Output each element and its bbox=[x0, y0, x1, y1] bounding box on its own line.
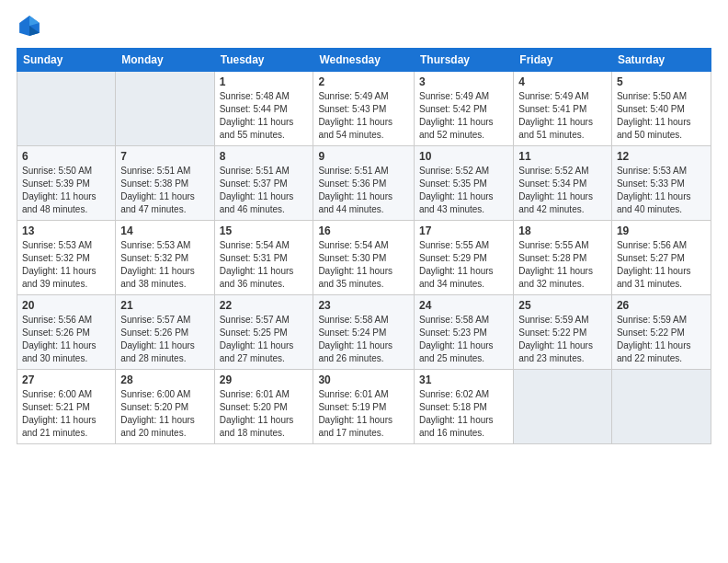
day-number: 4 bbox=[518, 75, 607, 88]
day-number: 9 bbox=[318, 150, 409, 163]
calendar-header-friday: Friday bbox=[514, 49, 612, 72]
day-info: Sunrise: 5:58 AMSunset: 5:23 PMDaylight:… bbox=[419, 314, 508, 365]
day-info: Sunrise: 5:50 AMSunset: 5:39 PMDaylight:… bbox=[22, 165, 110, 216]
day-info: Sunrise: 5:56 AMSunset: 5:27 PMDaylight:… bbox=[617, 239, 706, 291]
calendar-cell: 21Sunrise: 5:57 AMSunset: 5:26 PMDayligh… bbox=[116, 295, 214, 370]
calendar-cell: 26Sunrise: 5:59 AMSunset: 5:22 PMDayligh… bbox=[611, 295, 711, 370]
day-info: Sunrise: 5:57 AMSunset: 5:25 PMDaylight:… bbox=[220, 314, 309, 365]
day-info: Sunrise: 5:49 AMSunset: 5:42 PMDaylight:… bbox=[419, 90, 508, 142]
page: SundayMondayTuesdayWednesdayThursdayFrid… bbox=[0, 0, 728, 563]
day-info: Sunrise: 6:01 AMSunset: 5:20 PMDaylight:… bbox=[220, 388, 309, 440]
day-info: Sunrise: 5:52 AMSunset: 5:34 PMDaylight:… bbox=[518, 165, 607, 216]
day-info: Sunrise: 5:51 AMSunset: 5:36 PMDaylight:… bbox=[318, 165, 409, 216]
logo bbox=[17, 15, 44, 39]
day-number: 7 bbox=[120, 150, 209, 163]
day-info: Sunrise: 5:51 AMSunset: 5:37 PMDaylight:… bbox=[220, 165, 309, 216]
day-number: 30 bbox=[318, 373, 409, 386]
day-number: 29 bbox=[220, 373, 309, 386]
calendar-cell: 7Sunrise: 5:51 AMSunset: 5:38 PMDaylight… bbox=[116, 146, 214, 221]
calendar-cell: 19Sunrise: 5:56 AMSunset: 5:27 PMDayligh… bbox=[611, 221, 711, 295]
day-number: 28 bbox=[120, 373, 209, 386]
calendar-cell: 14Sunrise: 5:53 AMSunset: 5:32 PMDayligh… bbox=[116, 221, 214, 295]
calendar-header-thursday: Thursday bbox=[414, 49, 513, 72]
day-info: Sunrise: 5:59 AMSunset: 5:22 PMDaylight:… bbox=[518, 314, 607, 365]
day-number: 17 bbox=[419, 224, 508, 237]
calendar-cell bbox=[116, 72, 214, 146]
calendar-cell: 20Sunrise: 5:56 AMSunset: 5:26 PMDayligh… bbox=[17, 295, 116, 370]
day-number: 12 bbox=[617, 150, 706, 163]
day-number: 24 bbox=[419, 299, 508, 312]
day-info: Sunrise: 5:53 AMSunset: 5:32 PMDaylight:… bbox=[22, 239, 110, 291]
day-info: Sunrise: 6:00 AMSunset: 5:20 PMDaylight:… bbox=[120, 388, 209, 440]
day-number: 20 bbox=[22, 299, 110, 312]
day-number: 14 bbox=[120, 224, 209, 237]
calendar-cell: 27Sunrise: 6:00 AMSunset: 5:21 PMDayligh… bbox=[17, 370, 116, 444]
day-info: Sunrise: 5:49 AMSunset: 5:43 PMDaylight:… bbox=[318, 90, 409, 142]
calendar-cell: 22Sunrise: 5:57 AMSunset: 5:25 PMDayligh… bbox=[214, 295, 313, 370]
calendar-cell: 11Sunrise: 5:52 AMSunset: 5:34 PMDayligh… bbox=[514, 146, 612, 221]
day-info: Sunrise: 5:53 AMSunset: 5:32 PMDaylight:… bbox=[120, 239, 209, 291]
calendar-cell: 6Sunrise: 5:50 AMSunset: 5:39 PMDaylight… bbox=[17, 146, 116, 221]
calendar-header-row: SundayMondayTuesdayWednesdayThursdayFrid… bbox=[17, 49, 711, 72]
calendar-week-row: 13Sunrise: 5:53 AMSunset: 5:32 PMDayligh… bbox=[17, 221, 711, 295]
day-info: Sunrise: 5:56 AMSunset: 5:26 PMDaylight:… bbox=[22, 314, 110, 365]
day-number: 27 bbox=[22, 373, 110, 386]
calendar-cell: 31Sunrise: 6:02 AMSunset: 5:18 PMDayligh… bbox=[414, 370, 513, 444]
calendar-cell: 16Sunrise: 5:54 AMSunset: 5:30 PMDayligh… bbox=[313, 221, 415, 295]
calendar-week-row: 20Sunrise: 5:56 AMSunset: 5:26 PMDayligh… bbox=[17, 295, 711, 370]
day-info: Sunrise: 5:53 AMSunset: 5:33 PMDaylight:… bbox=[617, 165, 706, 216]
day-number: 1 bbox=[220, 75, 309, 88]
calendar-cell: 3Sunrise: 5:49 AMSunset: 5:42 PMDaylight… bbox=[414, 72, 513, 146]
calendar-cell: 28Sunrise: 6:00 AMSunset: 5:20 PMDayligh… bbox=[116, 370, 214, 444]
calendar-cell: 13Sunrise: 5:53 AMSunset: 5:32 PMDayligh… bbox=[17, 221, 116, 295]
calendar-cell: 23Sunrise: 5:58 AMSunset: 5:24 PMDayligh… bbox=[313, 295, 415, 370]
calendar-cell: 29Sunrise: 6:01 AMSunset: 5:20 PMDayligh… bbox=[214, 370, 313, 444]
day-number: 22 bbox=[220, 299, 309, 312]
day-number: 3 bbox=[419, 75, 508, 88]
calendar-cell: 30Sunrise: 6:01 AMSunset: 5:19 PMDayligh… bbox=[313, 370, 415, 444]
day-number: 31 bbox=[419, 373, 508, 386]
day-number: 21 bbox=[120, 299, 209, 312]
day-info: Sunrise: 6:00 AMSunset: 5:21 PMDaylight:… bbox=[22, 388, 110, 440]
header bbox=[17, 15, 711, 39]
calendar-header-tuesday: Tuesday bbox=[214, 49, 313, 72]
day-info: Sunrise: 5:54 AMSunset: 5:30 PMDaylight:… bbox=[318, 239, 409, 291]
day-number: 26 bbox=[617, 299, 706, 312]
calendar-cell: 12Sunrise: 5:53 AMSunset: 5:33 PMDayligh… bbox=[611, 146, 711, 221]
day-info: Sunrise: 5:57 AMSunset: 5:26 PMDaylight:… bbox=[120, 314, 209, 365]
calendar-header-saturday: Saturday bbox=[611, 49, 711, 72]
day-number: 23 bbox=[318, 299, 409, 312]
calendar-cell: 10Sunrise: 5:52 AMSunset: 5:35 PMDayligh… bbox=[414, 146, 513, 221]
day-number: 10 bbox=[419, 150, 508, 163]
day-info: Sunrise: 5:50 AMSunset: 5:40 PMDaylight:… bbox=[617, 90, 706, 142]
day-info: Sunrise: 6:01 AMSunset: 5:19 PMDaylight:… bbox=[318, 388, 409, 440]
day-info: Sunrise: 5:48 AMSunset: 5:44 PMDaylight:… bbox=[220, 90, 309, 142]
day-info: Sunrise: 5:54 AMSunset: 5:31 PMDaylight:… bbox=[220, 239, 309, 291]
calendar-cell: 9Sunrise: 5:51 AMSunset: 5:36 PMDaylight… bbox=[313, 146, 415, 221]
calendar-cell: 17Sunrise: 5:55 AMSunset: 5:29 PMDayligh… bbox=[414, 221, 513, 295]
day-number: 16 bbox=[318, 224, 409, 237]
day-number: 15 bbox=[220, 224, 309, 237]
logo-icon bbox=[17, 13, 42, 39]
calendar-cell bbox=[514, 370, 612, 444]
day-info: Sunrise: 5:49 AMSunset: 5:41 PMDaylight:… bbox=[518, 90, 607, 142]
calendar: SundayMondayTuesdayWednesdayThursdayFrid… bbox=[17, 48, 711, 444]
calendar-cell: 2Sunrise: 5:49 AMSunset: 5:43 PMDaylight… bbox=[313, 72, 415, 146]
calendar-cell: 15Sunrise: 5:54 AMSunset: 5:31 PMDayligh… bbox=[214, 221, 313, 295]
calendar-week-row: 6Sunrise: 5:50 AMSunset: 5:39 PMDaylight… bbox=[17, 146, 711, 221]
day-info: Sunrise: 5:55 AMSunset: 5:28 PMDaylight:… bbox=[518, 239, 607, 291]
day-info: Sunrise: 5:55 AMSunset: 5:29 PMDaylight:… bbox=[419, 239, 508, 291]
day-number: 8 bbox=[220, 150, 309, 163]
day-number: 6 bbox=[22, 150, 110, 163]
day-info: Sunrise: 5:51 AMSunset: 5:38 PMDaylight:… bbox=[120, 165, 209, 216]
day-info: Sunrise: 5:58 AMSunset: 5:24 PMDaylight:… bbox=[318, 314, 409, 365]
calendar-week-row: 1Sunrise: 5:48 AMSunset: 5:44 PMDaylight… bbox=[17, 72, 711, 146]
day-number: 5 bbox=[617, 75, 706, 88]
day-number: 18 bbox=[518, 224, 607, 237]
day-number: 11 bbox=[518, 150, 607, 163]
calendar-cell bbox=[17, 72, 116, 146]
calendar-cell: 8Sunrise: 5:51 AMSunset: 5:37 PMDaylight… bbox=[214, 146, 313, 221]
day-info: Sunrise: 6:02 AMSunset: 5:18 PMDaylight:… bbox=[419, 388, 508, 440]
calendar-week-row: 27Sunrise: 6:00 AMSunset: 5:21 PMDayligh… bbox=[17, 370, 711, 444]
calendar-cell: 25Sunrise: 5:59 AMSunset: 5:22 PMDayligh… bbox=[514, 295, 612, 370]
